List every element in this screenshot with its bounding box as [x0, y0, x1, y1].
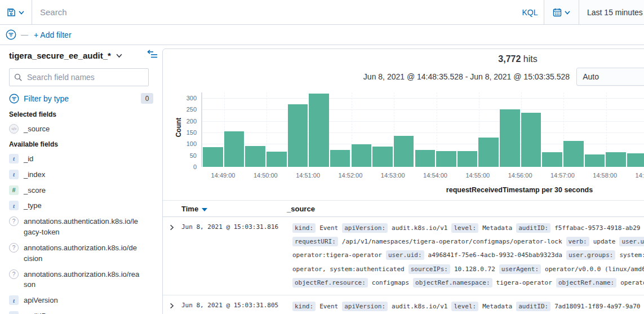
- histogram-bar-14:49:00[interactable]: [224, 131, 245, 167]
- histogram-bar-14:50:00[interactable]: [267, 152, 287, 167]
- field-type-unknown-icon: ?: [9, 243, 19, 253]
- filter-icon[interactable]: [6, 29, 16, 40]
- top-search-bar: Search KQL Last 15 minutes: [0, 0, 644, 25]
- histogram-bar-14:56:30[interactable]: [542, 152, 562, 167]
- field-type-unknown-icon: ?: [9, 216, 19, 226]
- kql-button[interactable]: KQL: [516, 0, 544, 24]
- collapse-sidebar-icon: [147, 50, 158, 59]
- field-value: configmaps: [372, 279, 409, 286]
- field-key-badge: objectRef.name:: [556, 278, 616, 288]
- chevron-down-icon: [116, 52, 123, 59]
- field-name: annotations.authorization.k8s.io/reason: [24, 269, 140, 291]
- y-tick-label: 100: [186, 140, 197, 147]
- column-header-time[interactable]: Time: [181, 205, 207, 213]
- collapse-sidebar-button[interactable]: [147, 50, 158, 59]
- field-key-badge: kind:: [292, 223, 316, 233]
- field-item-_type[interactable]: t_type: [9, 201, 153, 211]
- field-value: 7ad18091-1f89-4a97-9a70: [554, 303, 640, 310]
- quick-select-button[interactable]: [544, 0, 579, 24]
- add-filter-button[interactable]: + Add filter: [34, 30, 72, 39]
- field-name: _id: [24, 154, 140, 165]
- selected-fields-list: </>_source: [9, 124, 153, 135]
- histogram-bar-14:52:30[interactable]: [372, 147, 393, 167]
- field-name: auditID: [24, 311, 140, 314]
- available-fields-heading: Available fields: [9, 140, 153, 148]
- histogram-bar-14:54:30[interactable]: [458, 151, 478, 167]
- field-item-auditID[interactable]: tauditID: [9, 311, 153, 314]
- field-key-badge: verb:: [566, 237, 589, 246]
- field-type-number-icon: #: [9, 185, 19, 195]
- field-name: apiVersion: [24, 295, 140, 306]
- source-line: kind:EventapiVersion:audit.k8s.io/v1leve…: [292, 222, 644, 235]
- y-axis-label: Count: [175, 116, 183, 139]
- field-key-badge: requestURI:: [292, 237, 338, 246]
- field-item-_score[interactable]: #_score: [9, 185, 153, 196]
- filter-icon: [9, 94, 19, 104]
- histogram-bar-14:51:00[interactable]: [309, 94, 329, 167]
- histogram-bar-14:48:30[interactable]: [203, 147, 223, 167]
- histogram-bar-14:58:30[interactable]: [627, 153, 644, 167]
- x-axis-title: requestReceivedTimestamp per 30 seconds: [201, 186, 644, 194]
- column-header-source: _source: [287, 205, 315, 213]
- index-pattern-name: tigera_secure_ee_audit_*: [9, 51, 111, 60]
- table-row: Jun 8, 2021 @ 15:03:31.816kind:EventapiV…: [163, 217, 644, 295]
- histogram-bar-14:54:00[interactable]: [436, 151, 456, 167]
- histogram-bar-14:50:30[interactable]: [288, 104, 308, 167]
- histogram-time-range: Jun 8, 2021 @ 14:48:35.528 - Jun 8, 2021…: [363, 72, 570, 81]
- histogram-plot[interactable]: 050100150200250300: [201, 92, 644, 167]
- field-key-badge: objectRef.resource:: [292, 278, 368, 288]
- x-tick-label: 14:56:00: [508, 172, 532, 179]
- filter-divider: —: [21, 30, 28, 39]
- field-key-badge: user.uid:: [386, 250, 424, 260]
- field-item-annotations.authorization.k8s.io/decision[interactable]: ?annotations.authorization.k8s.io/decisi…: [9, 243, 153, 264]
- field-value: /api/v1/namespaces/tigera-operator/confi…: [342, 238, 562, 245]
- x-tick-label: 14:51:00: [296, 172, 320, 179]
- x-tick-label: 14:52:00: [338, 172, 362, 179]
- filter-by-type[interactable]: Filter by type 0: [9, 93, 153, 104]
- histogram-bar-14:53:00[interactable]: [394, 136, 414, 167]
- field-type-string-icon: t: [9, 295, 19, 305]
- x-tick-label: 14:55:00: [465, 172, 490, 179]
- field-type-unknown-icon: ?: [9, 269, 19, 279]
- histogram-bar-14:57:00[interactable]: [563, 141, 584, 167]
- field-value: operator/v0.0.0 (linux/amd64): [545, 266, 644, 273]
- field-item-annotations.authentication.k8s.io/legacy-token[interactable]: ?annotations.authentication.k8s.io/legac…: [9, 216, 153, 238]
- expand-row-icon[interactable]: [168, 301, 175, 311]
- field-value: operator, system:authenticated: [292, 266, 405, 273]
- histogram-bar-14:56:00[interactable]: [521, 113, 541, 167]
- discover-main-panel: 3,772 hits Jun 8, 2021 @ 14:48:35.528 - …: [162, 48, 644, 314]
- save-icon: [7, 8, 16, 17]
- expand-row-icon[interactable]: [168, 223, 175, 233]
- search-input[interactable]: Search: [32, 0, 516, 24]
- histogram-bar-14:52:00[interactable]: [352, 144, 372, 167]
- histogram-bar-14:55:00[interactable]: [478, 138, 499, 167]
- time-range-row: Jun 8, 2021 @ 14:48:35.528 - Jun 8, 2021…: [163, 68, 644, 86]
- x-tick-label: 14:57:00: [550, 172, 575, 179]
- histogram-bar-14:51:30[interactable]: [330, 150, 350, 167]
- x-tick-label: 14:50:00: [254, 172, 278, 179]
- y-tick-label: 50: [190, 152, 197, 159]
- field-key-badge: kind:: [292, 302, 316, 311]
- histogram-bar-14:49:30[interactable]: [245, 146, 265, 167]
- interval-select[interactable]: Auto: [576, 68, 644, 86]
- field-item-apiVersion[interactable]: tapiVersion: [9, 295, 153, 306]
- x-axis-ticks: 14:49:0014:50:0014:51:0014:52:0014:53:00…: [201, 172, 644, 180]
- filter-bar: — + Add filter: [0, 25, 644, 45]
- histogram-bar-14:55:30[interactable]: [500, 109, 520, 167]
- save-query-button[interactable]: [0, 0, 32, 24]
- field-item-_id[interactable]: t_id: [9, 154, 153, 165]
- histogram-bar-14:53:30[interactable]: [415, 150, 436, 167]
- histogram-bar-14:58:00[interactable]: [606, 152, 626, 167]
- field-value: Metadata: [482, 303, 512, 310]
- index-pattern-switcher[interactable]: tigera_secure_ee_audit_*: [9, 51, 153, 60]
- field-item-annotations.authorization.k8s.io/reason[interactable]: ?annotations.authorization.k8s.io/reason: [9, 269, 153, 291]
- time-range-button[interactable]: Last 15 minutes: [579, 0, 644, 24]
- field-item-_source[interactable]: </>_source: [9, 124, 153, 135]
- source-line: requestURI:/api/v1/namespaces/tigera-ope…: [292, 235, 644, 249]
- histogram-bar-14:57:30[interactable]: [585, 154, 605, 167]
- field-search-input[interactable]: Search field names: [9, 68, 149, 86]
- field-item-_index[interactable]: t_index: [9, 170, 153, 180]
- y-tick-label: 200: [186, 118, 197, 125]
- field-key-badge: user.username:: [619, 237, 644, 246]
- discover-sidebar: tigera_secure_ee_audit_* Search field na…: [0, 45, 162, 314]
